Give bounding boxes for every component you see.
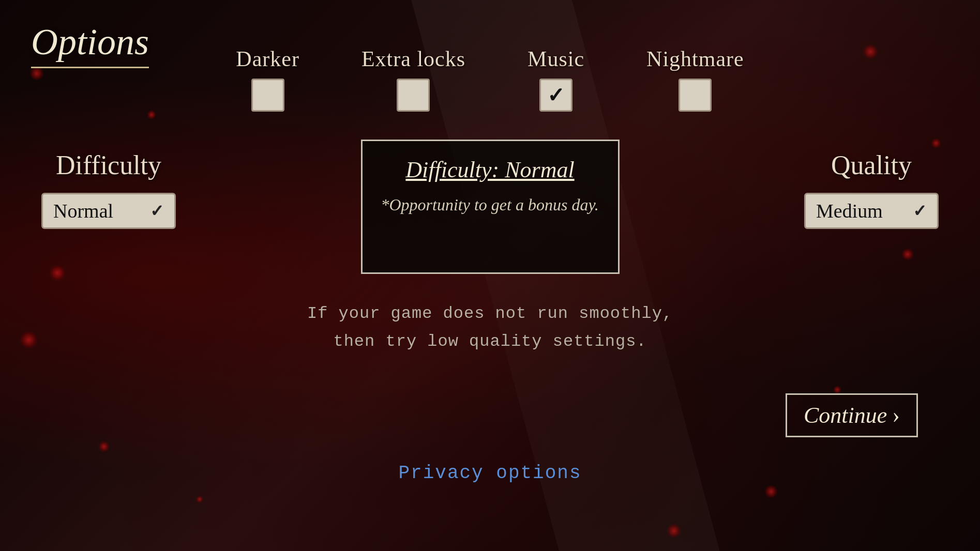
hint-text: If your game does not run smoothly, then…	[0, 300, 980, 356]
privacy-options-link[interactable]: Privacy options	[0, 463, 980, 484]
extra-locks-label: Extra locks	[361, 47, 465, 71]
nightmare-label: Nightmare	[646, 47, 744, 71]
nightmare-option: Nightmare	[646, 47, 744, 112]
nightmare-checkbox[interactable]	[679, 79, 712, 112]
quality-section: Quality Medium ✓	[804, 150, 939, 229]
difficulty-section: Difficulty Normal ✓	[41, 150, 176, 229]
extra-locks-checkbox[interactable]	[397, 79, 430, 112]
darker-checkbox[interactable]	[251, 79, 284, 112]
darker-label: Darker	[236, 47, 299, 71]
hint-line2: then try low quality settings.	[0, 328, 980, 356]
music-label: Music	[527, 47, 584, 71]
quality-selected: Medium	[816, 200, 883, 222]
music-option: Music	[527, 47, 584, 112]
checkboxes-row: Darker Extra locks Music Nightmare	[0, 47, 980, 112]
quality-dropdown-arrow: ✓	[913, 201, 927, 221]
info-box-description: *Opportunity to get a bonus day.	[381, 192, 599, 217]
continue-button[interactable]: Continue ›	[786, 393, 918, 437]
middle-row: Difficulty Normal ✓ Difficulty: Normal *…	[0, 140, 980, 274]
difficulty-dropdown[interactable]: Normal ✓	[41, 193, 176, 229]
difficulty-dropdown-arrow: ✓	[150, 201, 164, 221]
music-checkbox[interactable]	[539, 79, 572, 112]
continue-button-label: Continue	[804, 402, 887, 428]
darker-option: Darker	[236, 47, 299, 112]
difficulty-selected: Normal	[53, 200, 113, 222]
info-box-title: Difficulty: Normal	[381, 157, 599, 183]
quality-dropdown[interactable]: Medium ✓	[804, 193, 939, 229]
difficulty-label: Difficulty	[56, 150, 161, 180]
quality-label: Quality	[831, 150, 912, 180]
info-box: Difficulty: Normal *Opportunity to get a…	[361, 140, 620, 274]
hint-line1: If your game does not run smoothly,	[0, 300, 980, 328]
continue-button-arrow-icon: ›	[892, 402, 900, 428]
extra-locks-option: Extra locks	[361, 47, 465, 112]
